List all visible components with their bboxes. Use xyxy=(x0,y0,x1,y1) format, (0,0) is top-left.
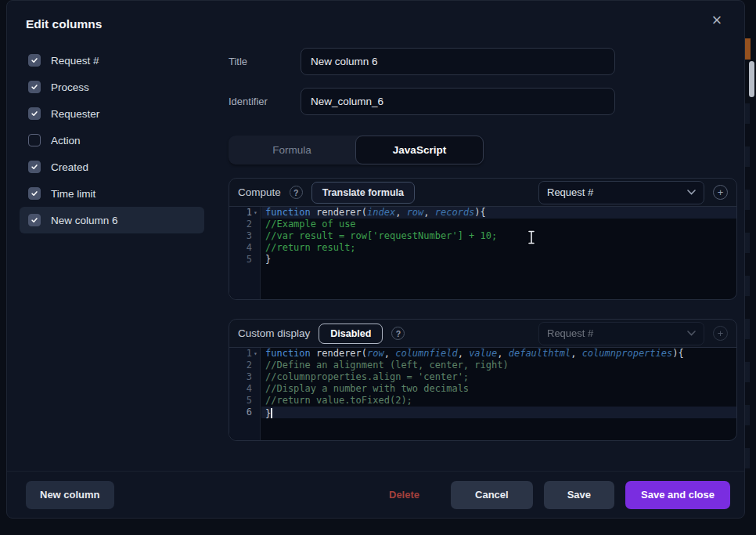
custom-display-section: Custom display Disabled ? Request # + 1▾… xyxy=(229,319,737,441)
line-number: 6 xyxy=(229,407,261,418)
new-column-button[interactable]: New column xyxy=(26,481,114,509)
custom-display-header: Custom display Disabled ? Request # + xyxy=(229,320,736,347)
code-line[interactable]: 1▾function renderer(index, row, records)… xyxy=(229,207,736,219)
fold-caret-icon: ▾ xyxy=(252,348,259,360)
custom-display-code-editor[interactable]: 1▾function renderer(row, columnfield, va… xyxy=(229,347,736,440)
formula-javascript-tabs: Formula JavaScript xyxy=(229,136,484,164)
background-app-fragment xyxy=(744,38,751,60)
dropdown-value: Request # xyxy=(547,327,593,339)
sidebar-item-label: Process xyxy=(51,81,89,93)
sidebar-item-label: New column 6 xyxy=(51,215,118,226)
sidebar-item[interactable]: New column 6 xyxy=(20,207,204,233)
dropdown-value: Request # xyxy=(547,186,593,198)
checkbox[interactable] xyxy=(28,214,41,226)
code-line[interactable]: 5} xyxy=(229,254,736,266)
fold-caret-icon: ▾ xyxy=(252,207,259,219)
tab-javascript[interactable]: JavaScript xyxy=(355,136,484,164)
line-number: 3 xyxy=(229,371,261,383)
disabled-toggle-button[interactable]: Disabled xyxy=(319,324,383,344)
tab-formula[interactable]: Formula xyxy=(229,136,355,164)
save-button[interactable]: Save xyxy=(544,481,614,509)
checkbox[interactable] xyxy=(28,161,41,173)
checkbox[interactable] xyxy=(28,54,41,67)
code-line[interactable]: 3//var result = row['requestNumber'] + 1… xyxy=(229,230,736,242)
code-line[interactable]: 3//columnproperties.align = 'center'; xyxy=(229,371,736,383)
line-number: 2 xyxy=(229,360,261,371)
compute-column-dropdown[interactable]: Request # xyxy=(538,181,704,204)
identifier-label: Identifier xyxy=(229,96,268,107)
sidebar-item-label: Created xyxy=(51,161,88,173)
code-line[interactable]: 1▾function renderer(row, columnfield, va… xyxy=(229,348,736,360)
line-number: 4 xyxy=(229,242,261,254)
line-number: 3 xyxy=(229,230,261,242)
line-number: 4 xyxy=(229,383,261,395)
cancel-button[interactable]: Cancel xyxy=(451,481,533,509)
title-label: Title xyxy=(229,56,247,67)
background-app-rows-fragment xyxy=(744,103,750,472)
help-icon[interactable]: ? xyxy=(391,327,405,340)
edit-columns-dialog: Edit columns × Request #ProcessRequester… xyxy=(6,0,745,519)
chevron-down-icon xyxy=(687,190,696,195)
compute-code-editor[interactable]: 1▾function renderer(index, row, records)… xyxy=(229,206,736,299)
chevron-down-icon xyxy=(687,331,696,336)
add-icon[interactable]: + xyxy=(713,185,728,200)
compute-header: Compute ? Translate formula Request # + xyxy=(229,179,736,206)
dialog-title: Edit columns xyxy=(26,17,102,31)
code-line[interactable]: 4//return result; xyxy=(229,242,736,254)
code-line[interactable]: 2//Example of use xyxy=(229,219,736,230)
sidebar-item-label: Action xyxy=(51,135,81,146)
code-line[interactable]: 4//Display a number with two decimals xyxy=(229,383,736,395)
line-number: 5 xyxy=(229,254,261,266)
scrollbar-thumb[interactable] xyxy=(749,61,754,97)
checkbox[interactable] xyxy=(28,107,41,120)
sidebar-item[interactable]: Action xyxy=(20,127,204,154)
checkbox[interactable] xyxy=(28,187,41,200)
checkbox[interactable] xyxy=(28,81,41,93)
compute-label: Compute xyxy=(238,186,281,198)
sidebar-item[interactable]: Time limit xyxy=(20,180,204,207)
dialog-footer: New column Delete Cancel Save Save and c… xyxy=(7,471,744,518)
identifier-input[interactable] xyxy=(301,88,615,115)
sidebar-item[interactable]: Request # xyxy=(20,47,204,74)
sidebar-column-list: Request #ProcessRequesterActionCreatedTi… xyxy=(20,47,204,233)
title-input[interactable] xyxy=(301,48,615,75)
sidebar-item-label: Request # xyxy=(51,55,99,67)
help-icon[interactable]: ? xyxy=(290,186,303,199)
line-number: 1▾ xyxy=(229,348,261,360)
compute-section: Compute ? Translate formula Request # + … xyxy=(229,178,737,300)
sidebar-item[interactable]: Process xyxy=(20,74,204,100)
sidebar-item-label: Requester xyxy=(51,108,99,120)
custom-display-label: Custom display xyxy=(238,327,310,339)
text-caret xyxy=(271,408,272,418)
line-number: 1▾ xyxy=(229,207,261,219)
checkbox[interactable] xyxy=(28,134,41,146)
code-line[interactable]: 2//Define an alignment (left, center, ri… xyxy=(229,360,736,371)
translate-formula-button[interactable]: Translate formula xyxy=(311,182,415,204)
line-number: 5 xyxy=(229,395,261,407)
custom-display-column-dropdown[interactable]: Request # xyxy=(538,322,704,345)
sidebar-item[interactable]: Created xyxy=(20,154,204,180)
sidebar-item-label: Time limit xyxy=(51,188,95,200)
sidebar-item[interactable]: Requester xyxy=(20,100,204,127)
code-line[interactable]: 6} xyxy=(229,407,736,418)
close-icon[interactable]: × xyxy=(707,11,727,31)
line-number: 2 xyxy=(229,219,261,230)
save-and-close-button[interactable]: Save and close xyxy=(625,481,730,509)
add-icon[interactable]: + xyxy=(713,326,728,341)
code-line[interactable]: 5//return value.toFixed(2); xyxy=(229,395,736,407)
delete-button[interactable]: Delete xyxy=(384,481,424,509)
